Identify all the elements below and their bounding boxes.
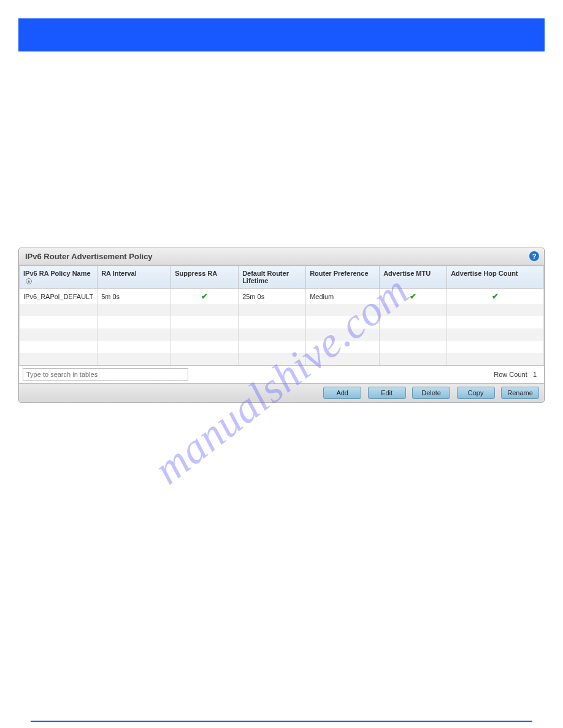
col-header-name-text: IPv6 RA Policy Name — [23, 270, 91, 277]
cell-mtu: ✔ — [380, 289, 447, 305]
table-row-empty — [20, 353, 544, 365]
panel-title-bar: IPv6 Router Advertisement Policy ? — [19, 248, 544, 265]
copy-button[interactable]: Copy — [457, 387, 495, 399]
table-row-empty — [20, 341, 544, 353]
cell-preference: Medium — [306, 289, 380, 305]
cell-suppress: ✔ — [171, 289, 239, 305]
table-row[interactable]: IPv6_RAPol_DEFAULT 5m 0s ✔ 25m 0s Medium… — [20, 289, 544, 305]
row-count: Row Count 1 — [494, 371, 540, 378]
col-header-name[interactable]: IPv6 RA Policy Name ▲ — [20, 266, 98, 289]
row-count-label: Row Count — [494, 371, 527, 378]
delete-button[interactable]: Delete — [412, 387, 450, 399]
check-icon: ✔ — [451, 292, 540, 301]
cell-hop: ✔ — [447, 289, 544, 305]
cell-lifetime: 25m 0s — [239, 289, 306, 305]
help-icon[interactable]: ? — [529, 251, 539, 261]
rename-button[interactable]: Rename — [501, 387, 539, 399]
button-row: Add Edit Delete Copy Rename — [19, 383, 544, 402]
sort-asc-icon[interactable]: ▲ — [26, 278, 32, 284]
policy-panel: IPv6 Router Advertisement Policy ? IPv6 … — [18, 248, 545, 403]
table-row-empty — [20, 304, 544, 316]
col-header-interval[interactable]: RA Interval — [98, 266, 171, 289]
check-icon: ✔ — [383, 292, 443, 301]
panel-title-text: IPv6 Router Advertisement Policy — [25, 252, 153, 261]
col-header-hop[interactable]: Advertise Hop Count — [447, 266, 544, 289]
edit-button[interactable]: Edit — [368, 387, 406, 399]
search-input[interactable] — [23, 368, 188, 381]
table-row-empty — [20, 316, 544, 328]
table-row-empty — [20, 328, 544, 341]
search-row: Row Count 1 — [19, 365, 544, 383]
cell-interval: 5m 0s — [98, 289, 171, 305]
col-header-preference[interactable]: Router Preference — [306, 266, 380, 289]
cell-name: IPv6_RAPol_DEFAULT — [20, 289, 98, 305]
header-bar — [18, 18, 545, 51]
col-header-suppress[interactable]: Suppress RA — [171, 266, 239, 289]
policy-table: IPv6 RA Policy Name ▲ RA Interval Suppre… — [19, 265, 544, 365]
col-header-mtu[interactable]: Advertise MTU — [380, 266, 447, 289]
col-header-lifetime[interactable]: Default Router Lifetime — [239, 266, 306, 289]
check-icon: ✔ — [175, 292, 234, 301]
footer-divider — [31, 721, 532, 722]
row-count-value: 1 — [533, 371, 537, 378]
add-button[interactable]: Add — [323, 387, 361, 399]
